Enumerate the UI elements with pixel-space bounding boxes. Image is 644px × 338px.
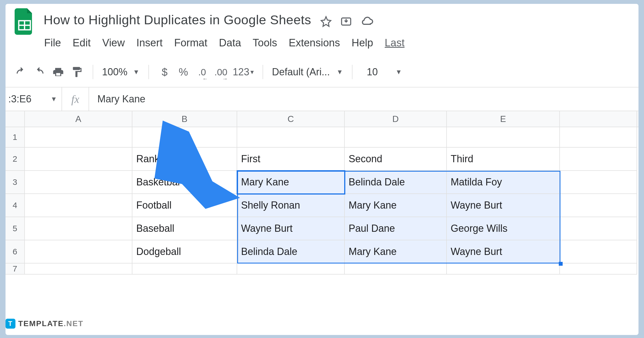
zoom-value: 100%: [102, 66, 127, 78]
move-icon[interactable]: [340, 15, 352, 30]
column-header-A[interactable]: A: [25, 111, 132, 127]
row-header-4[interactable]: 4: [6, 194, 25, 217]
column-header-B[interactable]: B: [132, 111, 237, 127]
column-header-F[interactable]: [560, 111, 637, 127]
cell-B4[interactable]: Football: [132, 194, 237, 217]
cell-C7[interactable]: [237, 264, 345, 275]
grid-body: 1 2 Rankings First Second Third 3 B: [6, 127, 638, 275]
toolbar: 100% ▼ $ % .0 ← .00 → 123▾ Default (Ari.…: [6, 57, 638, 87]
row-header-7[interactable]: 7: [6, 264, 25, 275]
cell-C2[interactable]: First: [237, 148, 345, 171]
cell-E7[interactable]: [447, 264, 560, 275]
row-header-1[interactable]: 1: [6, 127, 25, 148]
cell-F1[interactable]: [560, 127, 637, 148]
cell-B1[interactable]: [132, 127, 237, 148]
menu-data[interactable]: Data: [219, 37, 241, 49]
chevron-down-icon: ▼: [50, 95, 57, 103]
cell-E1[interactable]: [447, 127, 560, 148]
formula-input[interactable]: Mary Kane: [89, 93, 145, 105]
row-7: 7: [6, 264, 638, 275]
row-3: 3 Basketbal Mary Kane Belinda Dale Matil…: [6, 171, 638, 194]
cell-F2[interactable]: [560, 148, 637, 171]
row-header-5[interactable]: 5: [6, 217, 25, 240]
print-button[interactable]: [51, 64, 65, 80]
cell-F7[interactable]: [560, 264, 637, 275]
cell-D1[interactable]: [345, 127, 447, 148]
cell-C4[interactable]: Shelly Ronan: [237, 194, 345, 217]
cell-E6[interactable]: Wayne Burt: [447, 240, 560, 264]
font-size-select[interactable]: 10 ▼: [367, 66, 402, 78]
cell-C6[interactable]: Belinda Dale: [237, 240, 345, 264]
document-title[interactable]: How to Highlight Duplicates in Google Sh…: [44, 12, 311, 27]
row-2: 2 Rankings First Second Third: [6, 148, 638, 171]
currency-button[interactable]: $: [158, 64, 172, 80]
header: How to Highlight Duplicates in Google Sh…: [6, 4, 638, 34]
cell-E2[interactable]: Third: [447, 148, 560, 171]
watermark-text: TEMPLATE.NET: [18, 319, 84, 328]
row-header-2[interactable]: 2: [6, 148, 25, 171]
cell-E4[interactable]: Wayne Burt: [447, 194, 560, 217]
menu-file[interactable]: File: [44, 37, 61, 49]
cell-A1[interactable]: [25, 127, 132, 148]
increase-decimal-button[interactable]: .00 →: [214, 64, 228, 80]
menu-edit[interactable]: Edit: [73, 37, 90, 49]
menu-help[interactable]: Help: [352, 37, 373, 49]
select-all-corner[interactable]: [6, 111, 25, 127]
menubar: File Edit View Insert Format Data Tools …: [6, 34, 638, 49]
selection-handle[interactable]: [559, 262, 563, 266]
menu-view[interactable]: View: [102, 37, 125, 49]
watermark-badge: T: [6, 319, 15, 329]
sheets-logo[interactable]: [14, 7, 35, 36]
cell-A2[interactable]: [25, 148, 132, 171]
chevron-down-icon: ▼: [396, 68, 402, 76]
cell-A7[interactable]: [25, 264, 132, 275]
column-header-D[interactable]: D: [345, 111, 447, 127]
menu-insert[interactable]: Insert: [136, 37, 162, 49]
cell-C1[interactable]: [237, 127, 345, 148]
star-icon[interactable]: [320, 16, 332, 30]
name-box[interactable]: :3:E6 ▼: [8, 93, 62, 105]
row-header-3[interactable]: 3: [6, 171, 25, 194]
cell-B6[interactable]: Dodgeball: [132, 240, 237, 264]
menu-last-edit[interactable]: Last: [385, 37, 405, 49]
cell-B7[interactable]: [132, 264, 237, 275]
paint-format-button[interactable]: [70, 64, 84, 80]
cell-D2[interactable]: Second: [345, 148, 447, 171]
cell-E5[interactable]: George Wills: [447, 217, 560, 240]
cell-F5[interactable]: [560, 217, 637, 240]
menu-extensions[interactable]: Extensions: [289, 37, 340, 49]
zoom-select[interactable]: 100% ▼: [102, 66, 140, 78]
menu-format[interactable]: Format: [174, 37, 207, 49]
cell-B5[interactable]: Baseball: [132, 217, 237, 240]
cell-F4[interactable]: [560, 194, 637, 217]
row-header-6[interactable]: 6: [6, 240, 25, 264]
cell-D3[interactable]: Belinda Dale: [345, 171, 447, 194]
decrease-decimal-button[interactable]: .0 ←: [195, 64, 209, 80]
font-select[interactable]: Default (Ari... ▼: [272, 66, 343, 78]
cell-B3[interactable]: Basketbal: [132, 171, 237, 194]
cell-C3[interactable]: Mary Kane: [237, 171, 345, 194]
cell-A5[interactable]: [25, 217, 132, 240]
redo-button[interactable]: [33, 64, 46, 80]
undo-button[interactable]: [14, 64, 28, 80]
cell-A6[interactable]: [25, 240, 132, 264]
number-format-button[interactable]: 123▾: [233, 64, 254, 80]
cloud-icon[interactable]: [360, 15, 374, 31]
column-header-C[interactable]: C: [237, 111, 345, 127]
column-header-E[interactable]: E: [447, 111, 560, 127]
cell-D7[interactable]: [345, 264, 447, 275]
cell-A4[interactable]: [25, 194, 132, 217]
cell-D5[interactable]: Paul Dane: [345, 217, 447, 240]
cell-C5[interactable]: Wayne Burt: [237, 217, 345, 240]
cell-D6[interactable]: Mary Kane: [345, 240, 447, 264]
cell-B2[interactable]: Rankings: [132, 148, 237, 171]
percent-button[interactable]: %: [177, 64, 190, 80]
menu-tools[interactable]: Tools: [253, 37, 277, 49]
cell-A3[interactable]: [25, 171, 132, 194]
cell-F6[interactable]: [560, 240, 637, 264]
formula-bar: :3:E6 ▼ fx Mary Kane: [6, 87, 638, 111]
cell-E3[interactable]: Matilda Foy: [447, 171, 560, 194]
watermark: T TEMPLATE.NET: [6, 319, 84, 329]
cell-F3[interactable]: [560, 171, 637, 194]
cell-D4[interactable]: Mary Kane: [345, 194, 447, 217]
